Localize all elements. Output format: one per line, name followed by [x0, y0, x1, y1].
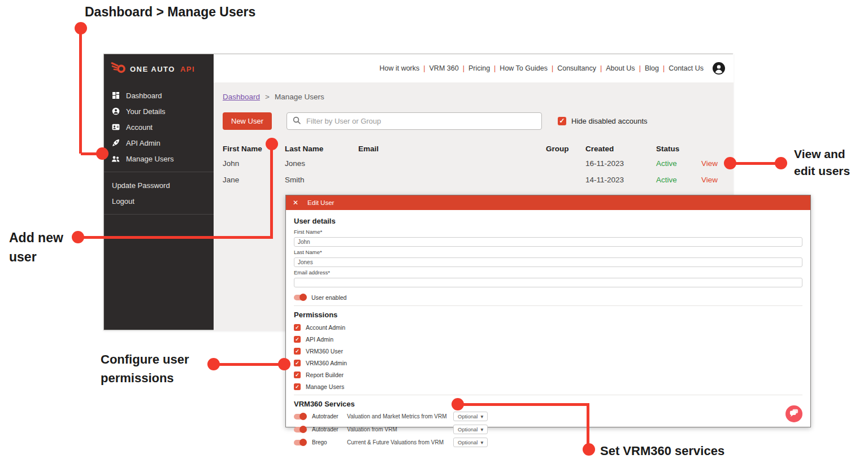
connector-dot [96, 147, 108, 160]
column-header-group: Group [546, 142, 585, 155]
view-user-link[interactable]: View [701, 155, 724, 172]
connector-line [458, 403, 589, 406]
last-name-label: Last Name* [294, 249, 802, 255]
column-header-created: Created [585, 142, 656, 155]
annotation-breadcrumb-title: Dashboard > Manage Users [85, 5, 255, 20]
last-name-field[interactable] [294, 257, 802, 267]
nav-link-about-us[interactable]: About Us [606, 64, 635, 72]
connector-dot [452, 398, 464, 410]
connector-line [214, 363, 285, 366]
service-provider: Brego [312, 439, 341, 445]
sidebar-item-logout[interactable]: Logout [104, 193, 214, 209]
permission-vrm360-admin[interactable]: ✓ VRM360 Admin [294, 359, 802, 366]
sidebar-item-manage-users[interactable]: Manage Users [104, 151, 214, 167]
breadcrumb-dashboard-link[interactable]: Dashboard [223, 93, 260, 101]
nav-link-contact-us[interactable]: Contact Us [669, 64, 704, 72]
section-divider [294, 395, 802, 395]
tutorial-graphic: Dashboard > Manage Users View and edit u… [0, 0, 868, 472]
user-avatar-icon[interactable] [712, 62, 726, 75]
status-badge: Active [656, 172, 701, 188]
user-enabled-label: User enabled [311, 294, 346, 301]
table-cell-first-name: Jane [223, 172, 285, 188]
nav-separator: | [552, 64, 553, 72]
connector-line [587, 404, 589, 449]
sidebar: ONE AUTO API Dashboard [104, 54, 214, 330]
permission-account-admin[interactable]: ✓ Account Admin [294, 324, 802, 331]
service-option-dropdown[interactable]: Optional ▾ [453, 425, 488, 434]
chevron-down-icon: ▾ [480, 439, 483, 445]
flame-logo-icon [111, 62, 127, 76]
connector-dot [75, 22, 87, 34]
service-toggle[interactable] [294, 414, 306, 419]
table-cell-email [358, 172, 546, 188]
nav-link-how-to-guides[interactable]: How To Guides [500, 64, 548, 72]
sidebar-item-api-admin[interactable]: API Admin [104, 135, 214, 151]
annotation-view-edit-line2: edit users [794, 163, 850, 180]
connector-dot [207, 358, 220, 370]
chevron-down-icon: ▾ [480, 426, 483, 432]
user-enabled-toggle[interactable] [294, 295, 306, 300]
connector-line [79, 28, 82, 154]
chat-widget-button[interactable] [785, 405, 802, 422]
view-user-link[interactable]: View [701, 172, 724, 188]
search-icon [293, 116, 301, 126]
checkbox-checked-icon[interactable]: ✓ [294, 336, 301, 343]
first-name-field[interactable] [294, 237, 802, 247]
service-option-dropdown[interactable]: Optional ▾ [453, 438, 488, 447]
annotation-add-new-line1: Add new [9, 228, 63, 247]
new-user-button[interactable]: New User [223, 112, 272, 130]
section-divider [294, 305, 802, 306]
nav-separator: | [494, 64, 496, 72]
sidebar-item-dashboard[interactable]: Dashboard [104, 88, 214, 103]
nav-link-vrm-360[interactable]: VRM 360 [429, 64, 459, 72]
permission-report-builder[interactable]: ✓ Report Builder [294, 371, 802, 378]
sidebar-nav: Dashboard Your Details [104, 82, 214, 215]
dashboard-grid-icon [111, 91, 120, 99]
option-value: Optional [458, 426, 478, 432]
sidebar-item-label: Logout [112, 197, 134, 206]
annotation-set-vrm360-services: Set VRM360 services [600, 444, 724, 458]
status-badge: Active [656, 155, 701, 172]
checkbox-checked-icon[interactable]: ✓ [294, 360, 301, 366]
checkbox-checked-icon[interactable]: ✓ [294, 324, 301, 331]
nav-link-consultancy[interactable]: Consultancy [557, 64, 596, 72]
sidebar-item-label: Account [126, 123, 153, 132]
hide-disabled-accounts-checkbox[interactable]: ✓ Hide disabled accounts [558, 117, 647, 125]
user-filter-input[interactable] [305, 116, 536, 126]
connector-dot [583, 443, 595, 456]
close-icon[interactable]: ✕ [293, 199, 298, 207]
email-address-field[interactable] [294, 278, 802, 287]
modal-header: ✕ Edit User [286, 195, 810, 210]
annotation-view-edit-line1: View and [794, 146, 850, 163]
user-filter-box[interactable] [287, 112, 542, 130]
permission-api-admin[interactable]: ✓ API Admin [294, 335, 802, 343]
checkbox-checked-icon[interactable]: ✓ [558, 117, 566, 125]
nav-separator: | [463, 64, 465, 72]
nav-link-blog[interactable]: Blog [645, 64, 659, 72]
nav-link-pricing[interactable]: Pricing [468, 64, 490, 72]
checkbox-checked-icon[interactable]: ✓ [294, 383, 301, 390]
annotation-add-new-line2: user [9, 247, 63, 266]
permission-manage-users[interactable]: ✓ Manage Users [294, 383, 802, 390]
sidebar-item-account[interactable]: Account [104, 119, 214, 135]
person-circle-icon [111, 107, 120, 115]
connector-dot [266, 138, 278, 150]
sidebar-item-your-details[interactable]: Your Details [104, 103, 214, 119]
connector-dot [278, 358, 290, 370]
permission-vrm360-user[interactable]: ✓ VRM360 User [294, 347, 802, 355]
connector-line [270, 144, 273, 238]
permission-label: Report Builder [306, 372, 344, 378]
service-option-dropdown[interactable]: Optional ▾ [453, 412, 488, 421]
sidebar-item-update-password[interactable]: Update Password [104, 177, 214, 193]
service-toggle[interactable] [294, 427, 306, 432]
column-header-last-name: Last Name [285, 142, 358, 155]
sidebar-item-label: Dashboard [126, 91, 162, 100]
breadcrumb-separator: > [265, 93, 270, 101]
permissions-heading: Permissions [294, 311, 802, 319]
service-toggle[interactable] [294, 440, 306, 445]
checkbox-checked-icon[interactable]: ✓ [294, 372, 301, 378]
table-cell-created: 16-11-2023 [585, 155, 656, 172]
first-name-label: First Name* [294, 229, 802, 235]
checkbox-checked-icon[interactable]: ✓ [294, 348, 301, 355]
nav-link-how-it-works[interactable]: How it works [379, 64, 419, 72]
